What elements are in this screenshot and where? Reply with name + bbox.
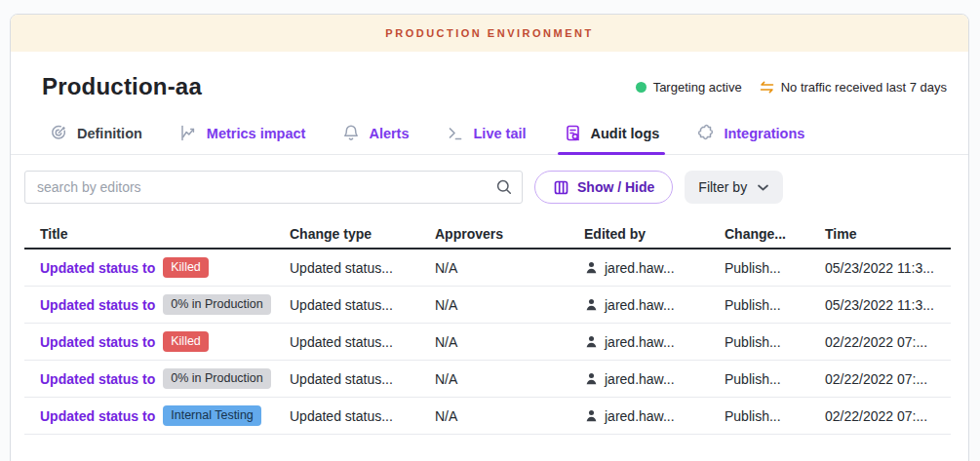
person-icon	[584, 334, 599, 349]
change-cell: Publish...	[709, 371, 809, 387]
tab-label: Integrations	[724, 126, 804, 141]
time-cell: 02/22/2022 07:...	[809, 371, 951, 387]
filter-by-label: Filter by	[698, 179, 747, 195]
status-badge: Killed	[163, 257, 209, 279]
tab-label: Live tail	[474, 126, 527, 141]
puzzle-icon	[696, 124, 715, 142]
audit-logs-table: Title Change type Approvers Edited by Ch…	[24, 219, 951, 435]
change-type-cell: Updated status...	[274, 371, 419, 387]
swap-arrows-icon	[760, 81, 774, 94]
status-badge: 0% in Production	[163, 294, 271, 316]
column-header-edited-by: Edited by	[568, 226, 709, 242]
edited-by-cell: jared.haw...	[568, 260, 709, 276]
edited-by-cell: jared.haw...	[568, 334, 709, 350]
column-header-change: Change...	[709, 226, 809, 242]
audit-doc-icon	[564, 124, 582, 143]
table-row[interactable]: Updated status to Killed Updated status.…	[24, 250, 951, 287]
approvers-cell: N/A	[419, 334, 568, 350]
production-environment-banner: PRODUCTION ENVIRONMENT	[11, 15, 968, 52]
terminal-icon	[447, 124, 465, 142]
editor-name: jared.haw...	[605, 371, 675, 387]
tab-bar: Definition Metrics impact Alerts	[11, 114, 968, 155]
approvers-cell: N/A	[419, 297, 568, 313]
change-cell: Publish...	[709, 297, 809, 313]
change-cell: Publish...	[709, 260, 809, 276]
toolbar: Show / Hide Filter by	[11, 155, 968, 204]
environment-card: PRODUCTION ENVIRONMENT Production-aa Tar…	[10, 14, 969, 461]
table-row[interactable]: Updated status to 0% in Production Updat…	[24, 287, 951, 324]
tab-label: Alerts	[369, 126, 409, 141]
page-title: Production-aa	[42, 73, 202, 100]
traffic-status: No traffic received last 7 days	[760, 80, 947, 95]
edited-by-cell: jared.haw...	[568, 408, 709, 424]
person-icon	[584, 260, 599, 275]
editor-name: jared.haw...	[605, 334, 675, 350]
chart-icon	[179, 124, 198, 142]
target-icon	[50, 124, 68, 142]
change-type-cell: Updated status...	[274, 408, 419, 424]
time-cell: 02/22/2022 07:...	[809, 408, 951, 424]
table-row[interactable]: Updated status to 0% in Production Updat…	[24, 361, 951, 398]
banner-label: PRODUCTION ENVIRONMENT	[385, 27, 593, 39]
tab-label: Metrics impact	[207, 126, 306, 141]
targeting-status: Targeting active	[636, 80, 742, 95]
row-title-link[interactable]: Updated status to	[40, 371, 155, 387]
tab-label: Definition	[77, 126, 142, 141]
status-badge: Killed	[163, 331, 209, 353]
change-cell: Publish...	[709, 408, 809, 424]
tab-metrics-impact[interactable]: Metrics impact	[179, 114, 306, 154]
approvers-cell: N/A	[419, 371, 568, 387]
targeting-status-label: Targeting active	[653, 80, 742, 95]
search-wrap	[24, 171, 523, 204]
show-hide-label: Show / Hide	[577, 179, 654, 195]
row-title-link[interactable]: Updated status to	[40, 334, 155, 350]
column-header-title: Title	[24, 226, 274, 242]
approvers-cell: N/A	[419, 260, 568, 276]
columns-icon	[553, 179, 569, 196]
change-type-cell: Updated status...	[274, 260, 419, 276]
filter-by-button[interactable]: Filter by	[685, 171, 783, 204]
editor-name: jared.haw...	[605, 297, 675, 313]
tab-definition[interactable]: Definition	[50, 114, 142, 154]
approvers-cell: N/A	[419, 408, 568, 424]
tab-integrations[interactable]: Integrations	[696, 114, 804, 154]
change-type-cell: Updated status...	[274, 297, 419, 313]
time-cell: 02/22/2022 07:...	[809, 334, 951, 350]
row-title-link[interactable]: Updated status to	[40, 260, 155, 276]
row-title-link[interactable]: Updated status to	[40, 408, 155, 424]
tab-alerts[interactable]: Alerts	[342, 114, 409, 154]
edited-by-cell: jared.haw...	[568, 371, 709, 387]
traffic-status-label: No traffic received last 7 days	[781, 80, 947, 95]
tab-live-tail[interactable]: Live tail	[447, 114, 527, 154]
show-hide-button[interactable]: Show / Hide	[534, 171, 673, 204]
status-badge: Internal Testing	[163, 405, 261, 427]
search-icon	[495, 178, 513, 200]
bell-icon	[342, 124, 360, 142]
person-icon	[584, 408, 599, 423]
green-dot-icon	[636, 82, 647, 93]
column-header-approvers: Approvers	[419, 226, 568, 242]
editor-name: jared.haw...	[605, 408, 675, 424]
person-icon	[584, 371, 599, 386]
table-header-row: Title Change type Approvers Edited by Ch…	[24, 219, 951, 250]
chevron-down-icon	[757, 183, 769, 192]
change-type-cell: Updated status...	[274, 334, 419, 350]
tab-label: Audit logs	[591, 126, 660, 141]
table-row[interactable]: Updated status to Killed Updated status.…	[24, 324, 951, 361]
column-header-change-type: Change type	[274, 226, 419, 242]
row-title-link[interactable]: Updated status to	[40, 297, 155, 313]
time-cell: 05/23/2022 11:3...	[809, 297, 951, 313]
status-group: Targeting active No traffic received las…	[636, 80, 947, 95]
editor-name: jared.haw...	[605, 260, 675, 276]
column-header-time: Time	[809, 226, 951, 242]
table-row[interactable]: Updated status to Internal Testing Updat…	[24, 398, 951, 435]
person-icon	[584, 297, 599, 312]
change-cell: Publish...	[709, 334, 809, 350]
search-input[interactable]	[24, 171, 523, 204]
status-badge: 0% in Production	[163, 368, 271, 390]
page-header: Production-aa Targeting active No traffi…	[11, 52, 968, 114]
time-cell: 05/23/2022 11:3...	[809, 260, 951, 276]
edited-by-cell: jared.haw...	[568, 297, 709, 313]
tab-audit-logs[interactable]: Audit logs	[564, 114, 660, 154]
